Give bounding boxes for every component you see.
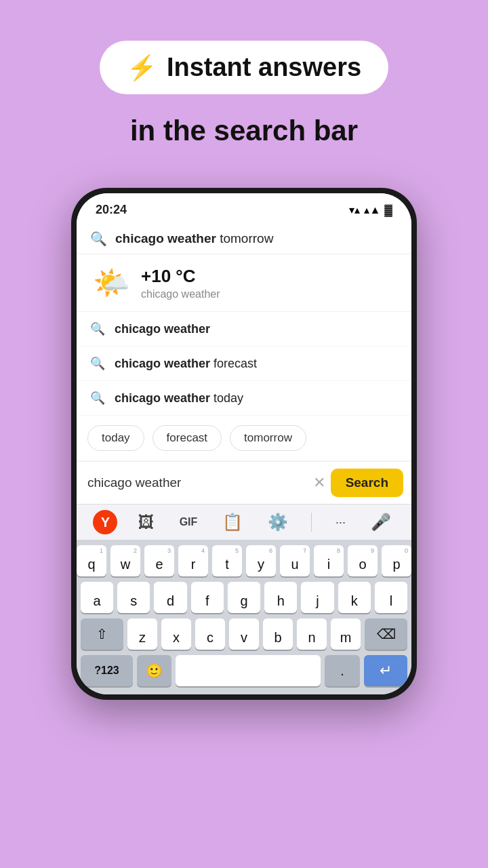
key-n[interactable]: n — [297, 618, 327, 650]
key-j[interactable]: j — [301, 582, 333, 613]
clear-button[interactable]: ✕ — [313, 474, 325, 492]
gif-key[interactable]: GIF — [176, 513, 202, 531]
mic-key[interactable]: 🎤 — [367, 510, 395, 534]
promo-badge: ⚡ Instant answers — [100, 41, 388, 94]
shift-key[interactable]: ⇧ — [81, 618, 123, 650]
wifi-icon: ▾▴ — [349, 203, 360, 216]
key-c[interactable]: c — [195, 618, 225, 650]
key-r[interactable]: 4r — [178, 545, 208, 576]
search-bar-top[interactable]: 🔍 chicago weather tomorrow — [77, 222, 411, 254]
search-query: chicago weather tomorrow — [115, 231, 273, 246]
key-m[interactable]: m — [331, 618, 361, 650]
key-q[interactable]: 1q — [77, 545, 106, 576]
temperature: +10 °C — [141, 266, 220, 287]
status-icons: ▾▴ ▴▲ ▓ — [349, 203, 392, 216]
status-time: 20:24 — [96, 203, 127, 217]
key-v[interactable]: v — [229, 618, 259, 650]
phone-screen: 20:24 ▾▴ ▴▲ ▓ 🔍 chicago weather tomorrow… — [77, 193, 411, 694]
key-i[interactable]: 8i — [314, 545, 344, 576]
key-t[interactable]: 5t — [212, 545, 242, 576]
pill-today[interactable]: today — [87, 425, 144, 451]
key-row-3: ⇧ z x c v b n m ⌫ — [81, 618, 407, 650]
pills-row: today forecast tomorrow — [77, 416, 411, 461]
key-d[interactable]: d — [154, 582, 186, 613]
key-a[interactable]: a — [81, 582, 113, 613]
key-z[interactable]: z — [127, 618, 157, 650]
key-k[interactable]: k — [338, 582, 371, 613]
clipboard-key[interactable]: 📋 — [218, 510, 247, 534]
pill-forecast[interactable]: forecast — [152, 425, 222, 451]
suggestion-row-1[interactable]: 🔍 chicago weather — [77, 312, 411, 347]
space-key[interactable] — [176, 655, 321, 686]
bottom-search-bar: chicago weather ✕ Search — [77, 461, 411, 504]
weather-result-card: 🌤️ +10 °C chicago weather — [77, 254, 411, 312]
search-suggestion-icon-2: 🔍 — [90, 356, 105, 371]
key-u[interactable]: 7u — [280, 545, 310, 576]
emoji-key[interactable]: 🙂 — [137, 655, 171, 686]
key-o[interactable]: 9o — [348, 545, 378, 576]
delete-key[interactable]: ⌫ — [365, 618, 407, 650]
search-input-value[interactable]: chicago weather — [85, 474, 308, 492]
key-f[interactable]: f — [191, 582, 224, 613]
key-row-2: a s d f g h j k l — [81, 582, 407, 613]
suggestion-text-2: chicago weather forecast — [115, 357, 257, 371]
status-bar: 20:24 ▾▴ ▴▲ ▓ — [77, 193, 411, 222]
key-h[interactable]: h — [264, 582, 297, 613]
key-row-1: 1q 2w 3e 4r 5t 6y 7u 8i 9o 0p — [81, 545, 407, 576]
pill-tomorrow[interactable]: tomorrow — [230, 425, 306, 451]
search-suggestion-icon-1: 🔍 — [90, 321, 105, 336]
lightning-icon: ⚡ — [127, 56, 157, 80]
search-icon: 🔍 — [90, 231, 107, 247]
toolbar-divider — [311, 513, 312, 532]
key-p[interactable]: 0p — [382, 545, 411, 576]
sticker-key[interactable]: 🖼 — [134, 510, 159, 534]
keyboard-toolbar: Y 🖼 GIF 📋 ⚙️ ··· 🎤 — [77, 504, 411, 540]
period-key[interactable]: . — [325, 655, 359, 686]
weather-location: chicago weather — [141, 288, 220, 300]
more-key[interactable]: ··· — [331, 513, 350, 532]
key-x[interactable]: x — [161, 618, 191, 650]
key-e[interactable]: 3e — [144, 545, 174, 576]
enter-key[interactable]: ↵ — [364, 655, 407, 686]
suggestion-row-3[interactable]: 🔍 chicago weather today — [77, 381, 411, 416]
suggestion-row-2[interactable]: 🔍 chicago weather forecast — [77, 347, 411, 381]
keyboard: 1q 2w 3e 4r 5t 6y 7u 8i 9o 0p a s d f g … — [77, 540, 411, 694]
battery-icon: ▓ — [384, 204, 392, 216]
suggestion-text-1: chicago weather — [115, 322, 210, 336]
promo-area: ⚡ Instant answers in the search bar — [0, 0, 488, 174]
key-l[interactable]: l — [375, 582, 407, 613]
key-row-4: ?123 🙂 . ↵ — [81, 655, 407, 686]
search-suggestion-icon-3: 🔍 — [90, 391, 105, 406]
key-g[interactable]: g — [228, 582, 260, 613]
key-s[interactable]: s — [117, 582, 150, 613]
key-w[interactable]: 2w — [110, 545, 140, 576]
promo-subtitle: in the search bar — [130, 115, 358, 147]
key-b[interactable]: b — [263, 618, 293, 650]
suggestion-text-3: chicago weather today — [115, 391, 243, 406]
promo-badge-text: Instant answers — [167, 53, 361, 82]
weather-info: +10 °C chicago weather — [141, 266, 220, 300]
yandex-key[interactable]: Y — [93, 510, 117, 534]
key-y[interactable]: 6y — [246, 545, 276, 576]
weather-icon: 🌤️ — [93, 265, 130, 300]
settings-key[interactable]: ⚙️ — [264, 510, 292, 534]
search-button[interactable]: Search — [331, 469, 403, 497]
sym-key[interactable]: ?123 — [81, 655, 133, 686]
phone-mockup: 20:24 ▾▴ ▴▲ ▓ 🔍 chicago weather tomorrow… — [71, 188, 417, 700]
signal-icon: ▴▲ — [364, 203, 380, 216]
